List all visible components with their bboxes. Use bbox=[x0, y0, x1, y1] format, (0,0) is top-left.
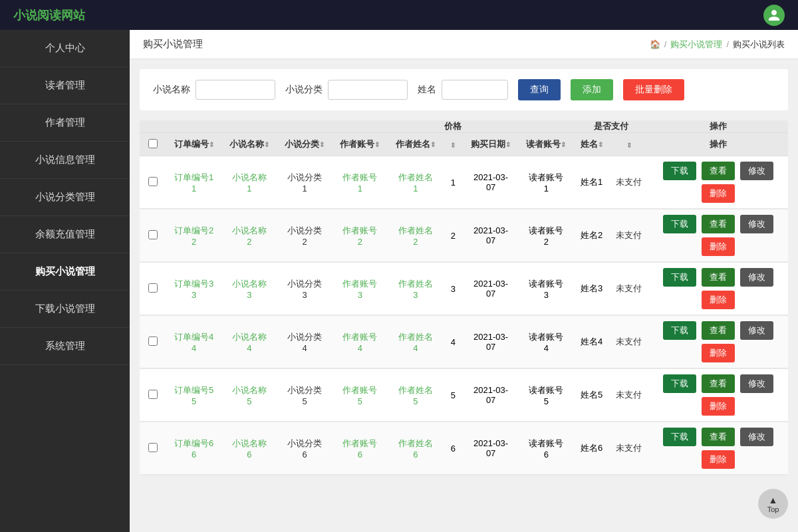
edit-button[interactable]: 修改 bbox=[740, 321, 773, 340]
sidebar: 个人中心 读者管理 作者管理 小说信息管理 小说分类管理 余额充值管理 购买小说… bbox=[0, 30, 130, 532]
order-id-cell: 订单编号55 bbox=[166, 368, 221, 422]
edit-button[interactable]: 修改 bbox=[740, 162, 773, 180]
reader-name-cell: 姓名3 bbox=[574, 262, 609, 315]
download-button[interactable]: 下载 bbox=[663, 215, 696, 233]
table-row: 订单编号11 小说名称1 小说分类1 作者账号1 作者姓名1 1 2021-03… bbox=[140, 156, 788, 209]
view-button[interactable]: 查看 bbox=[702, 321, 735, 340]
name-input[interactable] bbox=[442, 80, 508, 100]
price-header[interactable]: ⇕ bbox=[443, 133, 463, 156]
user-avatar[interactable] bbox=[763, 5, 785, 26]
view-button[interactable]: 查看 bbox=[702, 162, 735, 180]
purchase-date-cell: 2021-03-07 bbox=[463, 368, 518, 422]
sidebar-item-novel-info-management[interactable]: 小说信息管理 bbox=[0, 142, 130, 179]
row-checkbox-cell bbox=[140, 262, 166, 315]
delete-button[interactable]: 删除 bbox=[702, 397, 735, 416]
category-header[interactable]: 小说分类⇕ bbox=[277, 133, 332, 156]
action-group-header: 操作 bbox=[648, 120, 788, 133]
author-account-cell: 作者账号4 bbox=[332, 315, 388, 368]
download-button[interactable]: 下载 bbox=[663, 428, 696, 446]
action-cell: 下载 查看 修改 删除 bbox=[648, 315, 788, 368]
payment-status-cell: 未支付 bbox=[609, 315, 648, 368]
view-button[interactable]: 查看 bbox=[702, 374, 735, 393]
actions-header: 操作 bbox=[648, 133, 788, 156]
back-to-top-button[interactable]: ▲ Top bbox=[758, 489, 788, 519]
novel-name-cell: 小说名称1 bbox=[221, 156, 277, 209]
purchase-date-header[interactable]: 购买日期⇕ bbox=[463, 133, 518, 156]
reader-name-header[interactable]: 姓名⇕ bbox=[574, 133, 609, 156]
delete-button[interactable]: 删除 bbox=[702, 450, 735, 469]
edit-button[interactable]: 修改 bbox=[740, 215, 773, 233]
view-button[interactable]: 查看 bbox=[702, 268, 735, 287]
row-checkbox[interactable] bbox=[148, 390, 158, 399]
category-cell: 小说分类1 bbox=[277, 156, 332, 209]
price-cell: 5 bbox=[443, 368, 463, 422]
order-id-header[interactable]: 订单编号⇕ bbox=[166, 133, 221, 156]
sidebar-item-purchase-management[interactable]: 购买小说管理 bbox=[0, 253, 130, 291]
author-account-cell: 作者账号1 bbox=[332, 156, 388, 209]
download-button[interactable]: 下载 bbox=[663, 374, 696, 393]
novel-name-header[interactable]: 小说名称⇕ bbox=[221, 133, 277, 156]
sidebar-item-personal-center[interactable]: 个人中心 bbox=[0, 30, 130, 67]
query-button[interactable]: 查询 bbox=[518, 79, 561, 100]
add-button[interactable]: 添加 bbox=[571, 79, 613, 100]
delete-button[interactable]: 删除 bbox=[702, 237, 735, 256]
breadcrumb-purchase-management[interactable]: 购买小说管理 bbox=[670, 39, 722, 51]
author-account-header[interactable]: 作者账号⇕ bbox=[332, 133, 388, 156]
sidebar-item-balance-recharge-management[interactable]: 余额充值管理 bbox=[0, 216, 130, 253]
order-id-cell: 订单编号44 bbox=[166, 315, 221, 368]
reader-account-cell: 读者账号6 bbox=[519, 422, 574, 475]
view-button[interactable]: 查看 bbox=[702, 428, 735, 446]
reader-account-header[interactable]: 读者账号⇕ bbox=[519, 133, 574, 156]
view-button[interactable]: 查看 bbox=[702, 215, 735, 233]
row-checkbox[interactable] bbox=[148, 177, 158, 186]
row-checkbox-cell bbox=[140, 156, 166, 209]
row-checkbox[interactable] bbox=[148, 336, 158, 346]
purchase-date-cell: 2021-03-07 bbox=[463, 262, 518, 315]
checkbox-header bbox=[140, 133, 166, 156]
download-button[interactable]: 下载 bbox=[663, 321, 696, 340]
category-cell: 小说分类6 bbox=[277, 422, 332, 475]
payment-status-cell: 未支付 bbox=[609, 368, 648, 422]
edit-button[interactable]: 修改 bbox=[740, 428, 773, 446]
row-checkbox[interactable] bbox=[148, 283, 158, 293]
page-title: 购买小说管理 bbox=[143, 38, 203, 51]
header: 小说阅读网站 bbox=[0, 0, 798, 30]
sidebar-item-reader-management[interactable]: 读者管理 bbox=[0, 67, 130, 104]
edit-button[interactable]: 修改 bbox=[740, 268, 773, 287]
breadcrumb-current: 购买小说列表 bbox=[733, 39, 785, 51]
content-header: 购买小说管理 🏠 / 购买小说管理 / 购买小说列表 bbox=[130, 30, 798, 59]
batch-delete-button[interactable]: 批量删除 bbox=[623, 79, 684, 100]
sidebar-item-system-management[interactable]: 系统管理 bbox=[0, 328, 130, 365]
delete-button[interactable]: 删除 bbox=[702, 291, 735, 309]
home-icon: 🏠 bbox=[650, 39, 660, 49]
select-all-checkbox[interactable] bbox=[148, 139, 158, 148]
name-label: 姓名 bbox=[418, 84, 436, 96]
search-bar: 小说名称 小说分类 姓名 查询 添加 批量删除 bbox=[140, 69, 788, 110]
author-name-cell: 作者姓名4 bbox=[388, 315, 443, 368]
order-id-cell: 订单编号11 bbox=[166, 156, 221, 209]
novel-name-input[interactable] bbox=[196, 80, 275, 100]
name-search-item: 姓名 bbox=[418, 80, 508, 100]
reader-account-cell: 读者账号3 bbox=[519, 262, 574, 315]
category-label: 小说分类 bbox=[285, 84, 323, 96]
reader-account-cell: 读者账号5 bbox=[519, 368, 574, 422]
sidebar-item-author-management[interactable]: 作者管理 bbox=[0, 104, 130, 142]
order-id-cell: 订单编号22 bbox=[166, 209, 221, 262]
row-checkbox[interactable] bbox=[148, 230, 158, 239]
sidebar-item-novel-category-management[interactable]: 小说分类管理 bbox=[0, 179, 130, 216]
category-cell: 小说分类4 bbox=[277, 315, 332, 368]
payment-status-header[interactable]: ⇕ bbox=[609, 133, 648, 156]
table-row: 订单编号55 小说名称5 小说分类5 作者账号5 作者姓名5 5 2021-03… bbox=[140, 368, 788, 422]
delete-button[interactable]: 删除 bbox=[702, 184, 735, 203]
download-button[interactable]: 下载 bbox=[663, 162, 696, 180]
payment-status-cell: 未支付 bbox=[609, 422, 648, 475]
category-input[interactable] bbox=[328, 80, 408, 100]
edit-button[interactable]: 修改 bbox=[740, 374, 773, 393]
table-group-header: 价格 是否支付 操作 bbox=[140, 120, 788, 133]
sidebar-item-download-management[interactable]: 下载小说管理 bbox=[0, 291, 130, 328]
delete-button[interactable]: 删除 bbox=[702, 344, 735, 362]
row-checkbox[interactable] bbox=[148, 443, 158, 452]
author-name-header[interactable]: 作者姓名⇕ bbox=[388, 133, 443, 156]
download-button[interactable]: 下载 bbox=[663, 268, 696, 287]
purchase-date-cell: 2021-03-07 bbox=[463, 209, 518, 262]
